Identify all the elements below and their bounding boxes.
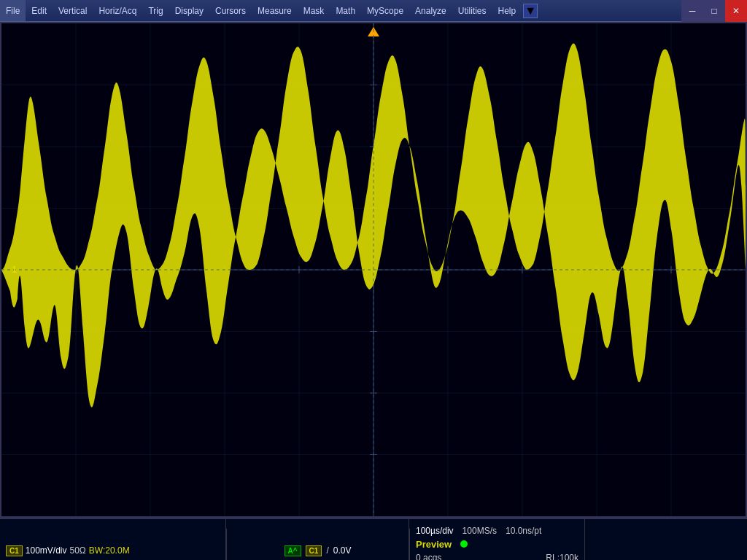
menu-vertical[interactable]: Vertical [53,0,93,21]
timebase-display: 100µs/div [416,526,454,536]
waveform-svg: 1 [1,23,746,516]
ch1-volts: 100mV/div [26,545,67,556]
pt-label: 10.0ns/pt [506,526,541,536]
ch1-status: C1 100mV/div 50Ω BW:20.0M [0,519,226,560]
menu-edit[interactable]: Edit [26,0,53,21]
acq-badge: A^ [285,545,301,556]
acq-ch-badge: C1 [306,545,322,556]
acq-value: 0.0V [333,545,352,556]
window-controls: ─ □ ✕ [681,0,747,21]
maximize-button[interactable]: □ [703,0,725,22]
acq-status: A^ C1 / 0.0V [227,519,409,560]
menu-dropdown-arrow[interactable]: ▼ [523,4,538,18]
menu-help[interactable]: Help [492,0,522,21]
menu-analyze[interactable]: Analyze [409,0,452,21]
statusbar: C1 100mV/div 50Ω BW:20.0M A^ C1 / 0.0V 1… [0,518,747,560]
menu-display[interactable]: Display [169,0,209,21]
acq-coupling: / [326,545,328,556]
status-indicator [460,540,468,548]
scope-display: 1 [0,22,747,518]
close-button[interactable]: ✕ [725,0,747,22]
sample-rate: 100MS/s [462,526,497,536]
acqs-label: 0 acqs [416,553,441,561]
menu-measure[interactable]: Measure [252,0,298,21]
ch1-impedance: 50Ω [70,545,86,556]
preview-label: Preview [416,539,452,550]
menu-file[interactable]: File [0,0,26,21]
menu-myscope[interactable]: MyScope [361,0,409,21]
minimize-button[interactable]: ─ [681,0,703,22]
menubar: File Edit Vertical Horiz/Acq Trig Displa… [0,0,747,22]
rl-label: RL:100k [546,553,578,561]
time-status: 100µs/div 100MS/s 10.0ns/pt Preview 0 ac… [410,519,585,560]
svg-text:1: 1 [12,264,17,275]
ch1-badge: C1 [6,545,23,556]
menu-cursors[interactable]: Cursors [209,0,252,21]
menu-math[interactable]: Math [330,0,361,21]
menu-trig[interactable]: Trig [142,0,169,21]
menu-mask[interactable]: Mask [298,0,330,21]
ch1-bw: BW:20.0M [89,545,130,556]
menu-utilities[interactable]: Utilities [452,0,492,21]
menu-horizacq[interactable]: Horiz/Acq [93,0,142,21]
